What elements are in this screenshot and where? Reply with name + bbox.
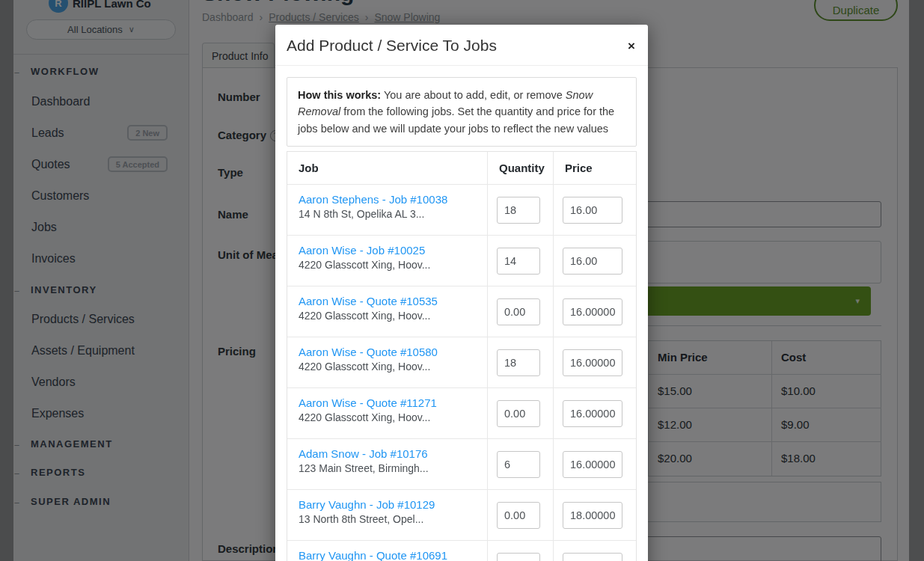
quantity-cell [488, 490, 554, 540]
job-link[interactable]: Aaron Wise - Quote #11271 [299, 396, 476, 409]
job-address: 14 N 8th St, Opelika AL 3... [299, 208, 476, 220]
price-input[interactable] [563, 400, 622, 427]
job-link[interactable]: Adam Snow - Job #10176 [299, 447, 476, 460]
quantity-cell [488, 286, 554, 337]
add-product-to-jobs-modal: Add Product / Service To Jobs × How this… [275, 25, 648, 561]
jobs-header-job: Job [287, 152, 488, 184]
price-cell [554, 388, 636, 438]
job-cell: Aaron Stephens - Job #10038 14 N 8th St,… [287, 185, 488, 235]
quantity-input[interactable] [497, 298, 540, 325]
price-input[interactable] [563, 349, 622, 376]
job-address: 4220 Glasscott Xing, Hoov... [299, 411, 476, 423]
jobs-table: Job Quantity Price Aaron Stephens - Job … [287, 151, 637, 561]
job-link[interactable]: Barry Vaughn - Job #10129 [299, 498, 476, 511]
quantity-cell [488, 439, 554, 489]
jobs-header-price: Price [554, 152, 636, 184]
jobs-table-body: Aaron Stephens - Job #10038 14 N 8th St,… [287, 185, 636, 561]
close-icon[interactable]: × [628, 40, 635, 52]
job-cell: Aaron Wise - Job #10025 4220 Glasscott X… [287, 236, 488, 286]
job-address: 4220 Glasscott Xing, Hoov... [299, 259, 476, 271]
quantity-input[interactable] [497, 248, 540, 275]
price-cell [554, 185, 636, 235]
job-cell: Aaron Wise - Quote #11271 4220 Glasscott… [287, 388, 488, 438]
note-text-1: You are about to add, edit, or remove [381, 89, 566, 101]
quantity-input[interactable] [497, 553, 540, 561]
quantity-input[interactable] [497, 400, 540, 427]
modal-body: How this works: You are about to add, ed… [275, 66, 648, 561]
job-link[interactable]: Barry Vaughn - Quote #10691 [299, 549, 476, 561]
job-address: 4220 Glasscott Xing, Hoov... [299, 310, 476, 322]
price-input[interactable] [563, 298, 622, 325]
quantity-cell [488, 337, 554, 387]
job-cell: Aaron Wise - Quote #10580 4220 Glasscott… [287, 337, 488, 387]
job-row: Adam Snow - Job #10176 123 Main Street, … [287, 439, 636, 490]
job-row: Aaron Wise - Quote #11271 4220 Glasscott… [287, 388, 636, 439]
price-input[interactable] [563, 248, 622, 275]
job-link[interactable]: Aaron Wise - Job #10025 [299, 244, 476, 257]
price-cell [554, 439, 636, 489]
note-bold: How this works: [298, 89, 381, 101]
job-address: 13 North 8th Street, Opel... [299, 513, 476, 525]
job-link[interactable]: Aaron Stephens - Job #10038 [299, 193, 476, 206]
price-cell [554, 337, 636, 387]
job-link[interactable]: Aaron Wise - Quote #10535 [299, 295, 476, 307]
job-row: Barry Vaughn - Quote #10691 13 North 8th… [287, 541, 636, 561]
jobs-header-quantity: Quantity [488, 152, 554, 184]
price-input[interactable] [563, 502, 622, 529]
note-text-2: from the following jobs. Set the quantit… [298, 105, 614, 134]
job-cell: Barry Vaughn - Quote #10691 13 North 8th… [287, 541, 488, 561]
how-this-works-note: How this works: You are about to add, ed… [287, 77, 637, 147]
job-row: Barry Vaughn - Job #10129 13 North 8th S… [287, 490, 636, 541]
jobs-table-header: Job Quantity Price [287, 152, 636, 185]
job-link[interactable]: Aaron Wise - Quote #10580 [299, 346, 476, 358]
quantity-input[interactable] [497, 502, 540, 529]
modal-header: Add Product / Service To Jobs × [275, 25, 648, 66]
price-input[interactable] [563, 451, 622, 478]
price-input[interactable] [563, 197, 622, 224]
quantity-input[interactable] [497, 349, 540, 376]
quantity-cell [488, 185, 554, 235]
quantity-input[interactable] [497, 451, 540, 478]
price-cell [554, 490, 636, 540]
price-cell [554, 541, 636, 561]
modal-title: Add Product / Service To Jobs [287, 37, 637, 55]
job-address: 4220 Glasscott Xing, Hoov... [299, 361, 476, 373]
job-row: Aaron Wise - Quote #10580 4220 Glasscott… [287, 337, 636, 388]
job-address: 123 Main Street, Birmingh... [299, 462, 476, 474]
job-cell: Adam Snow - Job #10176 123 Main Street, … [287, 439, 488, 489]
job-row: Aaron Wise - Quote #10535 4220 Glasscott… [287, 286, 636, 337]
quantity-cell [488, 388, 554, 438]
job-row: Aaron Stephens - Job #10038 14 N 8th St,… [287, 185, 636, 236]
price-cell [554, 286, 636, 337]
quantity-cell [488, 236, 554, 286]
job-cell: Barry Vaughn - Job #10129 13 North 8th S… [287, 490, 488, 540]
quantity-input[interactable] [497, 197, 540, 224]
quantity-cell [488, 541, 554, 561]
price-cell [554, 236, 636, 286]
job-row: Aaron Wise - Job #10025 4220 Glasscott X… [287, 236, 636, 286]
job-cell: Aaron Wise - Quote #10535 4220 Glasscott… [287, 286, 488, 337]
price-input[interactable] [563, 553, 622, 561]
